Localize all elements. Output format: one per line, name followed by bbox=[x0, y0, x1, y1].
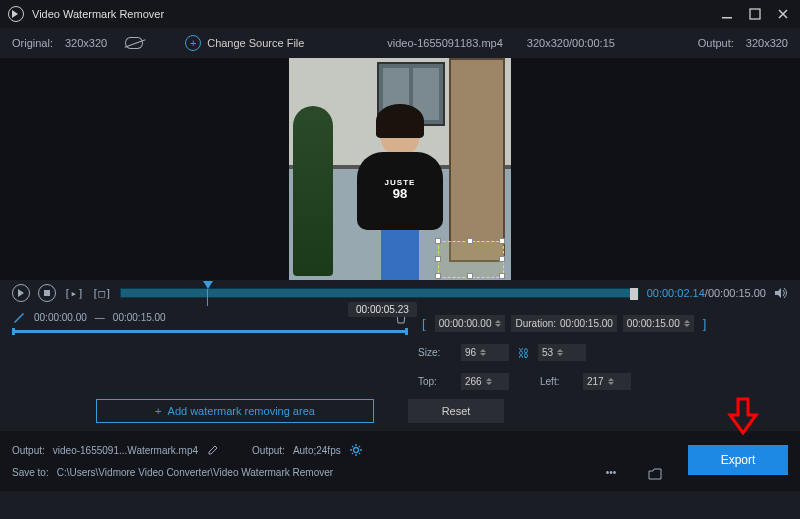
svg-rect-2 bbox=[44, 290, 50, 296]
segment-track[interactable] bbox=[12, 330, 408, 333]
minimize-button[interactable] bbox=[718, 5, 736, 23]
plus-circle-icon: + bbox=[185, 35, 201, 51]
trim-duration-input[interactable]: Duration:00:00:15.00 bbox=[510, 314, 617, 333]
trim-start-input[interactable]: 00:00:00.00 bbox=[434, 314, 507, 333]
link-ratio-icon[interactable]: ⛓ bbox=[518, 347, 529, 359]
svg-rect-1 bbox=[750, 9, 760, 19]
segment-end: 00:00:15.00 bbox=[113, 312, 166, 323]
playhead-icon[interactable] bbox=[203, 281, 213, 289]
plus-icon: + bbox=[155, 405, 161, 417]
output-file-value: video-1655091...Watermark.mp4 bbox=[53, 445, 198, 456]
reset-button[interactable]: Reset bbox=[408, 399, 504, 423]
left-label: Left: bbox=[540, 376, 574, 387]
preview-area: JUSTE98 bbox=[0, 58, 800, 280]
title-bar: Video Watermark Remover bbox=[0, 0, 800, 28]
preview-toggle-icon[interactable] bbox=[125, 37, 143, 49]
action-row: + Add watermark removing area Reset bbox=[0, 391, 800, 431]
svg-rect-0 bbox=[722, 17, 732, 19]
output-dimensions: 320x320 bbox=[746, 37, 788, 49]
window-title: Video Watermark Remover bbox=[32, 8, 708, 20]
timeline-scrubber[interactable] bbox=[120, 288, 639, 298]
properties-panel: [ 00:00:00.00 Duration:00:00:15.00 00:00… bbox=[418, 310, 788, 391]
open-folder-icon[interactable] bbox=[648, 467, 662, 481]
segment-start: 00:00:00.00 bbox=[34, 312, 87, 323]
play-button[interactable] bbox=[12, 284, 30, 302]
brush-icon[interactable] bbox=[12, 310, 26, 324]
output-file-label: Output: bbox=[12, 445, 45, 456]
frame-back-button[interactable]: [▸] bbox=[64, 287, 84, 299]
output-format-value: Auto;24fps bbox=[293, 445, 341, 456]
change-source-button[interactable]: + Change Source File bbox=[185, 35, 304, 51]
time-display: 00:00:02.14/00:00:15.00 bbox=[647, 287, 766, 299]
bottom-bar: Output: video-1655091...Watermark.mp4 Ou… bbox=[0, 431, 800, 491]
width-input[interactable]: 96 bbox=[460, 343, 510, 362]
save-to-label: Save to: bbox=[12, 467, 49, 478]
output-format-label: Output: bbox=[252, 445, 285, 456]
output-settings-icon[interactable] bbox=[349, 443, 363, 457]
top-info-bar: Original: 320x320 + Change Source File v… bbox=[0, 28, 800, 58]
save-path-value: C:\Users\Vidmore Video Converter\Video W… bbox=[57, 467, 333, 478]
export-button[interactable]: Export bbox=[688, 445, 788, 475]
edit-filename-icon[interactable] bbox=[206, 443, 220, 457]
video-preview[interactable]: JUSTE98 bbox=[289, 58, 511, 280]
more-path-icon[interactable]: ••• bbox=[604, 465, 618, 479]
segment-sep: — bbox=[95, 312, 105, 323]
source-filename: video-1655091183.mp4 bbox=[387, 37, 503, 49]
output-dim-label: Output: bbox=[698, 37, 734, 49]
left-input[interactable]: 217 bbox=[582, 372, 632, 391]
original-dimensions: 320x320 bbox=[65, 37, 107, 49]
trim-end-bracket-icon[interactable]: ] bbox=[699, 316, 711, 331]
stop-button[interactable] bbox=[38, 284, 56, 302]
frame-fwd-button[interactable]: [□] bbox=[92, 287, 112, 299]
source-dim-duration: 320x320/00:00:15 bbox=[527, 37, 615, 49]
size-label: Size: bbox=[418, 347, 452, 358]
maximize-button[interactable] bbox=[746, 5, 764, 23]
playback-controls: [▸] [□] 00:00:02.14/00:00:15.00 00:00:05… bbox=[0, 280, 800, 306]
top-input[interactable]: 266 bbox=[460, 372, 510, 391]
change-source-label: Change Source File bbox=[207, 37, 304, 49]
trim-start-bracket-icon[interactable]: [ bbox=[418, 316, 430, 331]
svg-point-3 bbox=[353, 448, 358, 453]
add-watermark-area-button[interactable]: + Add watermark removing area bbox=[96, 399, 374, 423]
time-tooltip: 00:00:05.23 bbox=[348, 302, 417, 317]
app-logo-icon bbox=[8, 6, 24, 22]
close-button[interactable] bbox=[774, 5, 792, 23]
watermark-selection-box[interactable] bbox=[438, 241, 504, 278]
trim-end-input[interactable]: 00:00:15.00 bbox=[622, 314, 695, 333]
original-label: Original: bbox=[12, 37, 53, 49]
height-input[interactable]: 53 bbox=[537, 343, 587, 362]
volume-icon[interactable] bbox=[774, 286, 788, 300]
top-label: Top: bbox=[418, 376, 452, 387]
